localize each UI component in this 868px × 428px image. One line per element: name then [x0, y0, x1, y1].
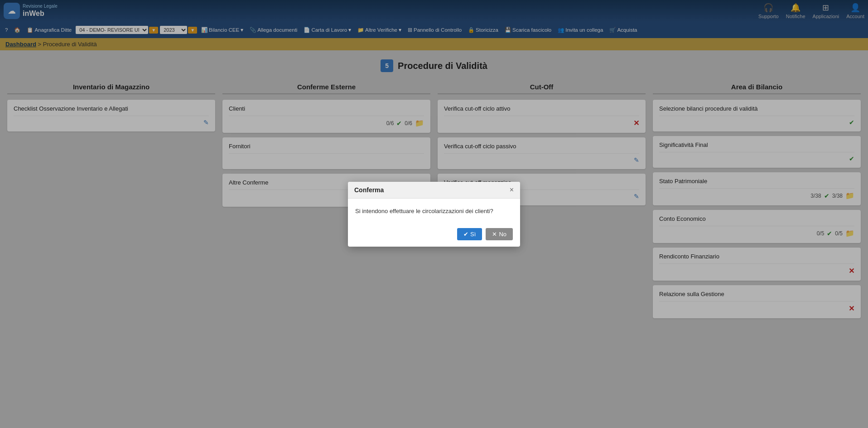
modal-message: Si intendono effettuare le circolarizzaz… [355, 208, 493, 214]
si-check-icon: ✔ [463, 231, 468, 238]
modal-footer: ✔ Sì ✕ No [348, 224, 520, 247]
modal-title: Conferma [354, 186, 384, 194]
modal-body: Si intendono effettuare le circolarizzaz… [348, 199, 520, 224]
modal: Conferma × Si intendono effettuare le ci… [348, 182, 520, 247]
modal-header: Conferma × [348, 182, 520, 199]
si-label: Sì [470, 231, 476, 238]
no-cross-icon: ✕ [492, 231, 497, 238]
modal-si-button[interactable]: ✔ Sì [457, 228, 482, 240]
modal-no-button[interactable]: ✕ No [486, 228, 513, 240]
modal-overlay[interactable]: Conferma × Si intendono effettuare le ci… [0, 0, 868, 424]
no-label: No [499, 231, 506, 238]
modal-close-button[interactable]: × [510, 186, 514, 194]
